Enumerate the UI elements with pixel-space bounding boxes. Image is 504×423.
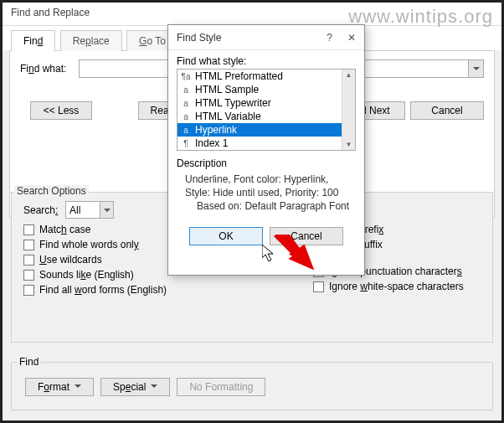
chevron-down-icon[interactable] <box>100 202 113 218</box>
ignore-ws-label: Ignore white-space characters <box>329 281 464 292</box>
find-formatting-group: Find Format Special No Formatting <box>11 362 493 410</box>
search-direction-value: All <box>69 204 80 216</box>
description-line: Based on: Default Paragraph Font <box>185 199 354 213</box>
close-icon[interactable]: ✕ <box>347 32 356 44</box>
checkbox[interactable] <box>23 255 34 266</box>
format-button[interactable]: Format <box>25 378 94 396</box>
list-item: ¶Index 1 <box>177 137 355 150</box>
list-item-selected: aHyperlink <box>177 123 355 137</box>
watermark: www.wintips.org <box>348 6 493 28</box>
list-item: aHTML Sample <box>177 83 355 96</box>
checkbox[interactable] <box>23 240 34 250</box>
sounds-like-label: Sounds like (English) <box>39 269 134 281</box>
description-label: Description <box>177 157 356 169</box>
scrollbar[interactable]: ▲▼ <box>342 70 355 150</box>
wildcards-label: Use wildcards <box>39 254 102 266</box>
tab-find[interactable]: Find <box>11 30 55 51</box>
find-group-label: Find <box>17 356 41 368</box>
search-direction-label: Search: <box>23 204 65 216</box>
whole-words-label: Find whole words only <box>39 239 139 250</box>
tab-replace[interactable]: Replace <box>60 30 122 51</box>
paragraph-icon: ¶ <box>181 139 191 148</box>
help-icon[interactable]: ? <box>327 32 332 44</box>
ok-button[interactable]: OK <box>189 227 263 245</box>
list-item: aHTML Typewriter <box>177 96 355 110</box>
search-direction-select[interactable]: All <box>65 201 114 219</box>
dialog-title: Find Style <box>177 32 221 44</box>
chevron-down-icon[interactable] <box>468 60 483 77</box>
search-options-label: Search Options <box>14 185 89 197</box>
match-case-label: Match case <box>39 224 90 235</box>
list-item: ¶aHTML Preformatted <box>177 70 355 83</box>
red-arrow-annotation <box>272 235 321 286</box>
description-line: Underline, Font color: Hyperlink, Style:… <box>185 173 354 199</box>
svg-marker-0 <box>262 245 273 261</box>
find-style-dialog: Find Style ? ✕ Find what style: ¶aHTML P… <box>167 24 365 276</box>
char-style-icon: a <box>181 99 191 108</box>
list-item: aHTML Variable <box>177 110 355 123</box>
cursor-icon <box>262 245 277 266</box>
char-style-icon: a <box>181 126 191 135</box>
style-list-label: Find what style: <box>177 55 356 67</box>
checkbox[interactable] <box>23 224 34 235</box>
less-button[interactable]: << Less <box>30 101 92 120</box>
no-formatting-button: No Formatting <box>177 378 265 396</box>
paragraph-icon: ¶a <box>181 72 191 81</box>
char-style-icon: a <box>181 112 191 121</box>
special-button[interactable]: Special <box>100 378 170 396</box>
word-forms-label: Find all word forms (English) <box>39 284 167 296</box>
char-style-icon: a <box>181 85 191 95</box>
find-what-label: Find what: <box>20 63 79 75</box>
checkbox[interactable] <box>23 270 34 281</box>
cancel-button[interactable]: Cancel <box>410 101 484 120</box>
svg-marker-2 <box>274 235 314 271</box>
checkbox[interactable] <box>23 285 34 296</box>
style-listbox[interactable]: ¶aHTML Preformatted aHTML Sample aHTML T… <box>177 69 356 151</box>
